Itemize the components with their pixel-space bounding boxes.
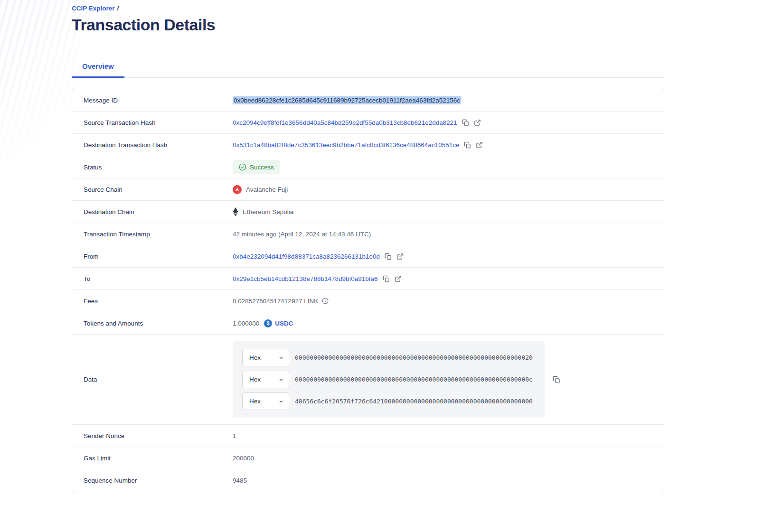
fees-value: 0.028527504517412927 LINK: [233, 298, 318, 305]
main-content: CCIP Explorer/ Transaction Details Overv…: [72, 0, 664, 492]
external-link-icon[interactable]: [395, 275, 402, 282]
table-row-data: Data Hex 0000000000000000000000000000000…: [72, 335, 664, 425]
row-label: Status: [72, 164, 233, 171]
row-label: Tokens and Amounts: [72, 320, 233, 327]
breadcrumb-link-ccip-explorer[interactable]: CCIP Explorer: [72, 5, 115, 12]
destination-tx-hash-link[interactable]: 0x531c1a48ba82f8de7c353613eec9b2bbe71afc…: [233, 141, 459, 149]
table-row-sender-nonce: Sender Nonce 1: [72, 425, 664, 447]
row-label: Data: [72, 376, 233, 383]
ethereum-logo-icon: [233, 207, 238, 216]
transaction-details-card: Message ID 0x0beed86228cfe1c2685d645c911…: [72, 89, 664, 492]
row-label: Sender Nonce: [72, 432, 233, 439]
source-tx-hash-link[interactable]: 0xc2094c9eff8fdf1e3656dd40a5c84bd259e2df…: [233, 119, 457, 126]
row-label: Fees: [72, 298, 233, 305]
row-label: Gas Limit: [72, 455, 233, 462]
data-hex-value: 48656c6c6f20576f726c64210000000000000000…: [295, 398, 533, 405]
to-address-link[interactable]: 0x29e1cb5eb14cdb12138e788b1478d9bf0a91bf…: [233, 275, 378, 282]
copy-icon[interactable]: [553, 376, 560, 383]
tab-bar: Overview: [72, 57, 664, 78]
usdc-token-link[interactable]: USDC: [275, 320, 293, 327]
row-label: Source Transaction Hash: [72, 119, 233, 126]
data-line: Hex 48656c6c6f20576f726c6421000000000000…: [242, 392, 545, 410]
table-row-to: To 0x29e1cb5eb14cdb12138e788b1478d9bf0a9…: [72, 268, 664, 290]
data-hex-value: 0000000000000000000000000000000000000000…: [295, 354, 533, 361]
tab-overview[interactable]: Overview: [72, 57, 124, 78]
status-badge: Success: [233, 160, 280, 174]
check-circle-icon: [239, 163, 246, 171]
row-label: Message ID: [72, 97, 233, 104]
external-link-icon[interactable]: [476, 141, 483, 149]
chevron-down-icon: [278, 399, 284, 404]
table-row-tokens-and-amounts: Tokens and Amounts 1.000000 $ USDC: [72, 312, 664, 335]
row-label: From: [72, 253, 233, 260]
row-label: Source Chain: [72, 186, 233, 193]
data-format-select[interactable]: Hex: [242, 392, 290, 410]
sender-nonce-value: 1: [233, 432, 236, 439]
from-address-link[interactable]: 0xb4e232094d41f98d88371ca8a8236266131b1e…: [233, 253, 380, 260]
message-id-value: 0x0beed86228cfe1c2685d645c911689b92725ac…: [233, 96, 461, 104]
data-line: Hex 000000000000000000000000000000000000…: [242, 349, 545, 366]
background-stripes-decoration: [0, 0, 81, 171]
chevron-down-icon: [278, 377, 284, 383]
data-hex-value: 0000000000000000000000000000000000000000…: [295, 376, 533, 383]
usdc-token-icon: $: [264, 319, 272, 327]
breadcrumb-separator: /: [117, 5, 119, 12]
table-row-source-tx-hash: Source Transaction Hash 0xc2094c9eff8fdf…: [72, 112, 664, 134]
page-title: Transaction Details: [72, 16, 664, 34]
gas-limit-value: 200000: [233, 455, 254, 462]
avalanche-logo-icon: [233, 185, 242, 194]
row-label: Transaction Timestamp: [72, 231, 233, 238]
destination-chain-name: Ethereum Sepolia: [243, 208, 293, 215]
row-label: Sequence Number: [72, 477, 233, 484]
table-row-from: From 0xb4e232094d41f98d88371ca8a82362661…: [72, 245, 664, 268]
table-row-destination-chain: Destination Chain Ethereum Sepolia: [72, 201, 664, 223]
sequence-number-value: 9485: [233, 477, 247, 484]
data-line: Hex 000000000000000000000000000000000000…: [242, 371, 545, 388]
table-row-timestamp: Transaction Timestamp 42 minutes ago (Ap…: [72, 223, 664, 245]
source-chain-name: Avalanche Fuji: [246, 186, 288, 193]
table-row-destination-tx-hash: Destination Transaction Hash 0x531c1a48b…: [72, 134, 664, 156]
external-link-icon[interactable]: [396, 253, 404, 260]
data-format-select[interactable]: Hex: [242, 349, 290, 366]
info-icon[interactable]: [322, 298, 329, 304]
table-row-sequence-number: Sequence Number 9485: [72, 469, 664, 492]
chevron-down-icon: [278, 355, 284, 361]
table-row-status: Status Success: [72, 156, 664, 178]
data-hex-panel: Hex 000000000000000000000000000000000000…: [233, 341, 545, 418]
row-label: Destination Chain: [72, 208, 233, 215]
row-label: To: [72, 275, 233, 282]
table-row-fees: Fees 0.028527504517412927 LINK: [72, 290, 664, 312]
copy-icon[interactable]: [464, 141, 471, 149]
data-format-select[interactable]: Hex: [242, 371, 290, 388]
copy-icon[interactable]: [383, 275, 390, 282]
breadcrumb: CCIP Explorer/: [72, 5, 664, 12]
copy-icon[interactable]: [385, 253, 392, 260]
table-row-gas-limit: Gas Limit 200000: [72, 447, 664, 469]
status-text: Success: [250, 164, 274, 171]
table-row-message-id: Message ID 0x0beed86228cfe1c2685d645c911…: [72, 89, 664, 112]
token-amount: 1.000000: [233, 320, 259, 327]
external-link-icon[interactable]: [474, 119, 481, 126]
row-label: Destination Transaction Hash: [72, 141, 233, 149]
table-row-source-chain: Source Chain Avalanche Fuji: [72, 178, 664, 201]
timestamp-value: 42 minutes ago (April 12, 2024 at 14:43:…: [233, 231, 371, 238]
copy-icon[interactable]: [462, 119, 469, 126]
